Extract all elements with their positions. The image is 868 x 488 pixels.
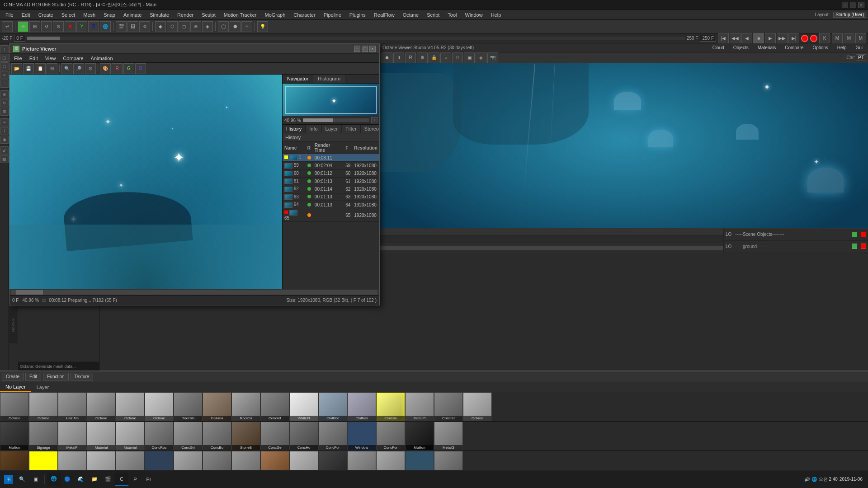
menu-motion-tracker[interactable]: Motion Tracker [220, 11, 260, 19]
menu-simulate[interactable]: Simulate [146, 11, 173, 19]
select-tool[interactable]: ▢ [0, 54, 9, 62]
weld-tool[interactable]: ◉ [0, 136, 9, 144]
pv-menu-compare[interactable]: Compare [60, 55, 86, 62]
pv-save[interactable]: 💾 [23, 63, 34, 74]
pv-copy[interactable]: 📋 [35, 63, 46, 74]
mat-item[interactable]: MetalG [434, 422, 463, 450]
show-desktop[interactable] [864, 473, 866, 486]
end-input[interactable]: 250 F [700, 35, 716, 42]
taskbar-active-c4d[interactable]: C [115, 473, 128, 486]
pv-zoom-in[interactable]: 🔍 [61, 63, 72, 74]
scale-tool[interactable]: ⊞ [29, 21, 40, 32]
layer-rend1[interactable] [861, 232, 866, 237]
bridge-tool[interactable]: ⌇ [0, 127, 9, 135]
pv-tab-layer[interactable]: Layer [322, 125, 342, 133]
pv-tab-history[interactable]: History [283, 125, 306, 133]
taskbar-pr[interactable]: Pr [142, 473, 156, 486]
mat-item[interactable]: ConcHo [289, 422, 318, 450]
pv-channels-r[interactable]: R [112, 63, 123, 74]
ov-lock[interactable]: 🔒 [429, 52, 439, 63]
mat-item[interactable]: ConcFor [376, 422, 405, 450]
mode-object[interactable]: ✖ [65, 21, 75, 32]
mat-item[interactable]: ClothGr [318, 392, 347, 421]
lasso[interactable]: ◯ [218, 21, 229, 32]
menu-octane[interactable]: Octane [399, 11, 422, 19]
restore-button[interactable]: □ [850, 2, 856, 8]
scale-object[interactable]: ⊞ [0, 108, 9, 116]
pv-open[interactable]: 📂 [11, 63, 22, 74]
taskbar-ps[interactable]: P [128, 473, 142, 486]
pv-compare[interactable]: ⊟ [47, 63, 57, 74]
frame-input[interactable]: 0 F [14, 35, 25, 42]
jump-start[interactable]: |◀ [718, 33, 729, 44]
play[interactable]: ▶ [765, 33, 776, 44]
mat-item[interactable]: Octane [145, 392, 174, 421]
pv-canvas[interactable]: ✦ ✦ ✦ ✦ [9, 75, 282, 289]
stop[interactable]: ■ [753, 33, 764, 44]
light-tool[interactable]: 💡 [257, 21, 268, 32]
mat-item[interactable]: ConcRoc [145, 422, 174, 450]
sculpt-tool[interactable]: ✧ [241, 21, 252, 32]
model-mode[interactable]: ⬡ [167, 21, 178, 32]
menu-snap[interactable]: Snap [100, 11, 119, 19]
search-button[interactable]: 🔍 [15, 473, 29, 486]
snap-settings[interactable]: ◈ [202, 21, 213, 32]
menu-animate[interactable]: Animate [120, 11, 145, 19]
ov-record[interactable]: ⏺ [382, 52, 392, 63]
mat-tab-layer[interactable]: Layer [31, 383, 55, 391]
menu-tool[interactable]: Tool [444, 11, 460, 19]
taskbar-fileexplorer[interactable]: 📁 [88, 473, 101, 486]
ov-cube[interactable]: □ [452, 52, 463, 63]
mat-item[interactable]: MetalPl [405, 392, 434, 421]
menu-help[interactable]: Help [487, 11, 505, 19]
pv-fit[interactable]: ⊡ [85, 63, 96, 74]
mat-item[interactable]: StoneB [231, 422, 260, 450]
pv-menu-view[interactable]: View [42, 55, 59, 62]
play-rev[interactable]: ◀ [741, 33, 752, 44]
mat-item[interactable]: Octane [87, 392, 116, 421]
polygon-tool[interactable]: ⬡ [0, 62, 9, 70]
taskbar-cinema4d[interactable]: 🎬 [101, 473, 115, 486]
mat-item[interactable]: Mullion [405, 422, 434, 450]
minimize-button[interactable]: − [842, 2, 848, 8]
pv-tab-info[interactable]: Info [306, 125, 321, 133]
frame-slider[interactable] [27, 37, 685, 40]
ov-camera[interactable]: 📷 [487, 52, 498, 63]
keyframe-settings[interactable]: K [819, 33, 830, 44]
mat-item[interactable]: Concret [260, 392, 289, 421]
menu-pipeline[interactable]: Pipeline [320, 11, 345, 19]
taskbar-edge[interactable]: 🌊 [74, 473, 88, 486]
mat-item[interactable]: Clothes [347, 392, 376, 421]
mat-item[interactable]: Signage [29, 422, 58, 450]
mat-item[interactable]: ConcFor [318, 422, 347, 450]
point-tool[interactable]: · [0, 80, 9, 88]
ov-chr-value[interactable]: PT [856, 54, 866, 61]
texture-tool[interactable]: ▦ [0, 155, 9, 163]
mat-create-btn[interactable]: Create [2, 373, 24, 380]
paint-tool[interactable]: 🖌 [0, 146, 9, 155]
layer-rend2[interactable] [861, 244, 866, 249]
mat-item[interactable]: Octane [0, 392, 29, 421]
render-anim[interactable]: 🎬 [116, 21, 127, 32]
layer-vis1[interactable] [852, 232, 857, 237]
mat-item[interactable]: Material [116, 422, 145, 450]
zoom-slider[interactable] [303, 118, 369, 122]
pv-close[interactable]: × [369, 46, 376, 52]
start-button[interactable]: ⊞ [2, 473, 15, 486]
record-button[interactable] [801, 35, 808, 42]
translate-tool[interactable]: ⊕ [0, 90, 9, 99]
transform-tool[interactable]: ⊙ [53, 21, 64, 32]
render-pic[interactable]: 🖼 [127, 21, 138, 32]
mat-item[interactable]: Emissiv [376, 392, 405, 421]
ov-cube2[interactable]: ▣ [464, 52, 475, 63]
menu-plugins[interactable]: Plugins [346, 11, 369, 19]
pv-menu-animation[interactable]: Animation [88, 55, 116, 62]
ov-menu-gui[interactable]: Gui [853, 44, 865, 51]
mat-tab-no-layer[interactable]: No Layer [0, 383, 31, 392]
jump-end[interactable]: ▶| [788, 33, 799, 44]
ov-render-obj[interactable]: R [405, 52, 416, 63]
ov-menu-compare[interactable]: Compare [782, 44, 806, 51]
mat-edit-btn[interactable]: Edit [25, 373, 41, 380]
ov-pin[interactable]: ◈ [476, 52, 486, 63]
move-tool[interactable]: ✛ [18, 21, 28, 32]
